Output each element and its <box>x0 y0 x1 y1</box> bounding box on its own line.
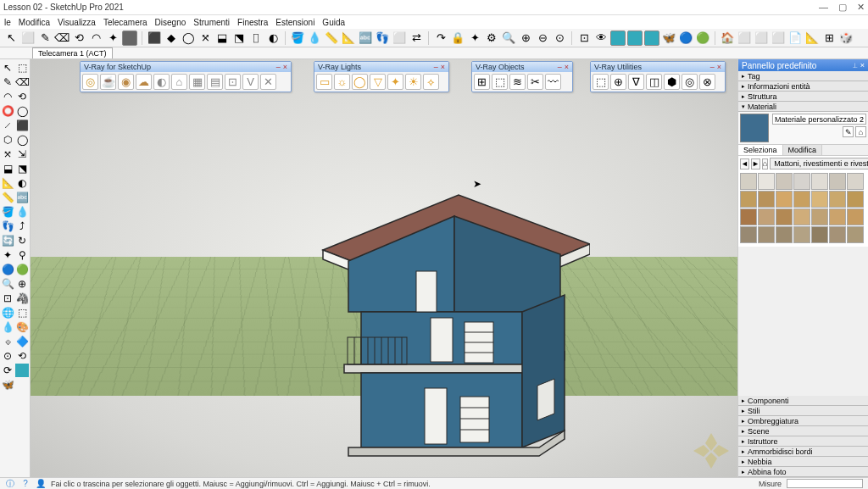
tool-button[interactable]: 🔍 <box>1 277 14 291</box>
toolbar-button[interactable] <box>644 31 659 46</box>
menu-telecamera[interactable]: Telecamera <box>103 18 147 27</box>
util-5-icon[interactable]: ⬢ <box>664 74 680 90</box>
toolbar-button[interactable]: ⊕ <box>518 31 533 46</box>
material-swatch[interactable] <box>811 226 828 243</box>
toolbar-close-icon[interactable]: × <box>441 63 445 71</box>
tool-button[interactable]: ⊡ <box>1 292 14 305</box>
toolbar-button[interactable]: ⟲ <box>71 31 86 46</box>
toolbar-button[interactable]: ⬜ <box>754 31 769 46</box>
mesh-light-icon[interactable]: ⟡ <box>423 74 439 90</box>
tool-button[interactable]: 🔄 <box>1 234 14 247</box>
tray-materiali[interactable]: Materiali <box>738 102 868 112</box>
dome-light-icon[interactable]: ☀ <box>405 74 421 90</box>
tool-button[interactable]: 👣 <box>1 219 14 233</box>
toolbar-button[interactable]: ◯ <box>181 31 196 46</box>
tool-button[interactable]: ↖ <box>1 61 14 75</box>
toolbar-button[interactable]: 🔵 <box>678 31 693 46</box>
tool-button[interactable]: ⬚ <box>15 61 29 75</box>
toolbar-button[interactable]: ⊖ <box>535 31 550 46</box>
displacement-icon[interactable]: 〰 <box>545 74 561 90</box>
toolbar-button[interactable]: ⤧ <box>198 31 213 46</box>
toolbar-button[interactable]: ⊡ <box>576 31 592 46</box>
toolbar-button[interactable]: ⬜ <box>771 31 786 46</box>
tool-button[interactable]: ⭕ <box>1 104 14 118</box>
info-icon[interactable]: ⓘ <box>5 479 15 489</box>
util-6-icon[interactable]: ◎ <box>682 74 698 90</box>
toolbar-button[interactable]: ✦ <box>105 31 120 46</box>
sphere-light-icon[interactable]: ☼ <box>334 74 350 90</box>
vray-lights-toolbar[interactable]: V-Ray Lights–× ▭ ☼ ◯ ▽ ✦ ☀ ⟡ <box>314 61 449 92</box>
toolbar-close-icon[interactable]: × <box>565 63 569 71</box>
infinite-plane-icon[interactable]: ⊞ <box>474 74 490 90</box>
menu-strumenti[interactable]: Strumenti <box>193 18 230 27</box>
toolbar-button[interactable]: 🔍 <box>501 31 516 46</box>
tray-scene[interactable]: Scene <box>738 426 868 436</box>
material-swatch[interactable] <box>793 208 810 225</box>
material-swatch[interactable] <box>758 191 775 208</box>
tray-header[interactable]: Pannello predefinito ⟂× <box>738 59 868 71</box>
toolbar-button[interactable]: ⌫ <box>54 31 70 46</box>
toolbar-button[interactable]: ⬔ <box>231 31 247 46</box>
material-swatch[interactable] <box>776 191 793 208</box>
tray-info[interactable]: Informazioni entità <box>738 81 868 92</box>
toolbar-button[interactable]: ⬜ <box>20 31 36 46</box>
material-swatch[interactable] <box>740 208 757 225</box>
material-swatch[interactable] <box>811 208 828 225</box>
scene-tab-active[interactable]: Telecamera 1 (ACT) <box>32 47 113 58</box>
tool-button[interactable]: ⬛ <box>15 119 29 132</box>
toolbar-button[interactable]: 🟢 <box>695 31 710 46</box>
toolbar-button[interactable] <box>122 31 137 46</box>
tool-button[interactable]: ⟲ <box>15 90 29 103</box>
tool-button[interactable]: ⬡ <box>1 133 14 147</box>
material-swatch[interactable] <box>847 208 864 225</box>
toolbar-close-icon[interactable]: × <box>717 63 721 71</box>
toolbar-button[interactable] <box>627 31 643 46</box>
tab-seleziona[interactable]: Seleziona <box>738 145 783 155</box>
toolbar-minimize-icon[interactable]: – <box>276 63 281 71</box>
chaos-icon[interactable]: ✕ <box>260 74 276 90</box>
material-swatch[interactable] <box>829 208 846 225</box>
viewport-region-icon[interactable]: ⌂ <box>171 74 187 90</box>
tool-button[interactable]: 🎨 <box>15 320 29 334</box>
toolbar-button[interactable]: ✦ <box>467 31 482 46</box>
tray-stili[interactable]: Stili <box>738 406 868 416</box>
batch-render-icon[interactable]: ▤ <box>207 74 223 90</box>
toolbar-close-icon[interactable]: × <box>283 63 287 71</box>
menu-estensioni[interactable]: Estensioni <box>275 18 314 27</box>
lock-camera-icon[interactable]: ⊡ <box>225 74 241 90</box>
toolbar-button[interactable]: ↷ <box>433 31 448 46</box>
measure-input[interactable] <box>787 479 863 488</box>
tray-componenti[interactable]: Componenti <box>738 396 868 406</box>
toolbar-button[interactable]: 🎲 <box>838 31 854 46</box>
tool-button[interactable]: 💧 <box>1 320 14 334</box>
tool-button[interactable]: 🦓 <box>15 292 29 305</box>
tool-button[interactable]: 🦋 <box>1 378 14 392</box>
forward-icon[interactable]: ► <box>751 158 760 169</box>
tool-button[interactable]: ⟋ <box>1 119 14 132</box>
tool-button[interactable]: ◠ <box>1 90 14 103</box>
toolbar-button[interactable]: 📐 <box>341 31 356 46</box>
tray-nebbia[interactable]: Nebbia <box>738 457 868 467</box>
tool-button[interactable]: 🔵 <box>1 263 14 276</box>
tool-button[interactable]: ⤧ <box>1 147 14 161</box>
fur-icon[interactable]: ≋ <box>509 74 526 90</box>
create-material-icon[interactable]: ✎ <box>843 126 854 137</box>
omni-light-icon[interactable]: ✦ <box>387 74 403 90</box>
tool-button[interactable]: 🟢 <box>15 263 29 276</box>
material-swatch[interactable] <box>758 173 775 190</box>
toolbar-button[interactable]: 💧 <box>307 31 322 46</box>
spot-light-icon[interactable]: ◯ <box>352 74 368 90</box>
material-swatch[interactable] <box>793 226 810 243</box>
tool-button[interactable]: ⟳ <box>1 364 14 377</box>
toolbar-button[interactable]: 📐 <box>804 31 820 46</box>
toolbar-button[interactable]: ⬜ <box>392 31 407 46</box>
viewport-render-icon[interactable]: ◐ <box>153 74 170 90</box>
tool-button[interactable]: ⇲ <box>15 147 29 161</box>
toolbar-button[interactable]: ⊙ <box>552 31 567 46</box>
tool-button[interactable]: ⤴ <box>15 219 29 233</box>
toolbar-button[interactable]: ⚙ <box>484 31 499 46</box>
frame-buffer-icon[interactable]: ▦ <box>189 74 205 90</box>
material-swatch[interactable] <box>847 226 864 243</box>
set-default-icon[interactable]: ⌂ <box>855 126 866 137</box>
tray-abbina[interactable]: Abbina foto <box>738 467 868 477</box>
